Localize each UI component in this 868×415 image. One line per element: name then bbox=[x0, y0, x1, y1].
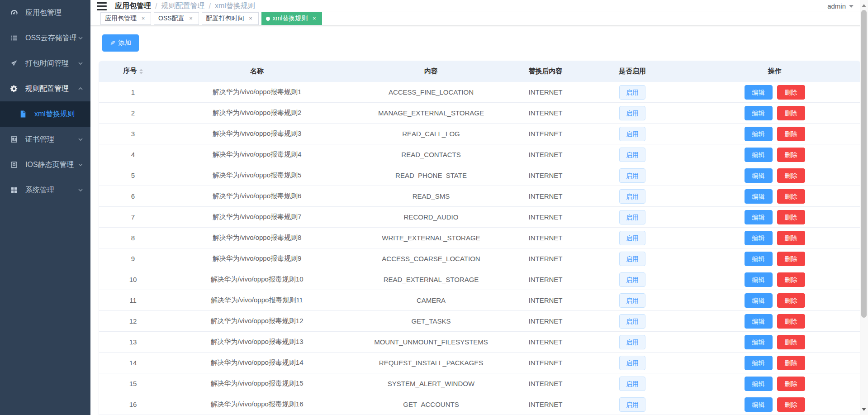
sidebar-item-rule-config[interactable]: 规则配置管理 bbox=[0, 76, 90, 101]
delete-button[interactable]: 删除 bbox=[777, 210, 805, 224]
sidebar-item-system[interactable]: 系统管理 bbox=[0, 177, 90, 203]
edit-button[interactable]: 编辑 bbox=[745, 397, 773, 412]
edit-button[interactable]: 编辑 bbox=[745, 168, 773, 183]
enabled-button[interactable]: 启用 bbox=[619, 272, 645, 287]
cell-enabled: 启用 bbox=[576, 127, 689, 141]
tab-xml-replace-rule-active[interactable]: xml替换规则 × bbox=[261, 12, 323, 25]
enabled-button[interactable]: 启用 bbox=[619, 397, 645, 412]
enabled-button[interactable]: 启用 bbox=[619, 168, 645, 183]
app-root: 应用包管理 OSS云存储管理 打包时间管理 规则配置管理 bbox=[0, 0, 868, 415]
tab-oss-config[interactable]: OSS配置 × bbox=[154, 12, 199, 25]
cell-enabled: 启用 bbox=[576, 272, 689, 287]
table-row: 12解决华为/vivo/oppo报毒规则12GET_TASKSINTERNET启… bbox=[99, 311, 860, 332]
edit-button[interactable]: 编辑 bbox=[745, 189, 773, 204]
delete-button[interactable]: 删除 bbox=[777, 168, 805, 183]
cell-name: 解决华为/vivo/oppo报毒规则2 bbox=[167, 109, 347, 117]
sidebar-item-oss-storage[interactable]: OSS云存储管理 bbox=[0, 25, 90, 51]
edit-button[interactable]: 编辑 bbox=[745, 293, 773, 308]
cell-actions: 编辑删除 bbox=[689, 397, 860, 412]
breadcrumb-item[interactable]: 应用包管理 bbox=[115, 1, 151, 11]
sidebar-item-package-time[interactable]: 打包时间管理 bbox=[0, 51, 90, 76]
column-header-index[interactable]: 序号 bbox=[99, 67, 167, 76]
breadcrumb-item[interactable]: 规则配置管理 bbox=[161, 1, 204, 11]
enabled-button[interactable]: 启用 bbox=[619, 189, 645, 204]
send-icon bbox=[9, 58, 19, 68]
delete-button[interactable]: 删除 bbox=[777, 272, 805, 287]
table-row: 4解决华为/vivo/oppo报毒规则4READ_CONTACTSINTERNE… bbox=[99, 144, 860, 165]
enabled-button[interactable]: 启用 bbox=[619, 377, 645, 391]
edit-button[interactable]: 编辑 bbox=[745, 272, 773, 287]
sort-icon[interactable] bbox=[139, 67, 143, 76]
delete-button[interactable]: 删除 bbox=[777, 189, 805, 204]
delete-button[interactable]: 删除 bbox=[777, 356, 805, 370]
sidebar-item-xml-replace-rule[interactable]: xml替换规则 bbox=[0, 101, 90, 127]
grid-icon bbox=[9, 185, 19, 195]
enabled-button[interactable]: 启用 bbox=[619, 85, 645, 100]
document-icon bbox=[18, 109, 28, 119]
sidebar-item-app-package[interactable]: 应用包管理 bbox=[0, 0, 90, 25]
delete-button[interactable]: 删除 bbox=[777, 106, 805, 120]
edit-button[interactable]: 编辑 bbox=[745, 210, 773, 224]
cell-actions: 编辑删除 bbox=[689, 335, 860, 349]
cell-name: 解决华为/vivo/oppo报毒规则5 bbox=[167, 171, 347, 180]
edit-button[interactable]: 编辑 bbox=[745, 356, 773, 370]
enabled-button[interactable]: 启用 bbox=[619, 314, 645, 329]
delete-button[interactable]: 删除 bbox=[777, 314, 805, 329]
delete-button[interactable]: 删除 bbox=[777, 335, 805, 349]
enabled-button[interactable]: 启用 bbox=[619, 106, 645, 120]
enabled-button[interactable]: 启用 bbox=[619, 293, 645, 308]
add-button[interactable]: ✎ 添加 bbox=[102, 34, 139, 52]
edit-button[interactable]: 编辑 bbox=[745, 85, 773, 100]
window-scrollbar[interactable] bbox=[860, 0, 868, 415]
delete-button[interactable]: 删除 bbox=[777, 397, 805, 412]
enabled-button[interactable]: 启用 bbox=[619, 210, 645, 224]
cell-replace: INTERNET bbox=[515, 296, 576, 304]
tab-app-package[interactable]: 应用包管理 × bbox=[100, 12, 151, 25]
delete-button[interactable]: 删除 bbox=[777, 231, 805, 245]
edit-button[interactable]: 编辑 bbox=[745, 377, 773, 391]
delete-button[interactable]: 删除 bbox=[777, 85, 805, 100]
delete-button[interactable]: 删除 bbox=[777, 252, 805, 266]
user-dropdown[interactable]: admin bbox=[827, 2, 854, 10]
enabled-button[interactable]: 启用 bbox=[619, 252, 645, 266]
close-icon[interactable]: × bbox=[140, 15, 147, 22]
edit-button[interactable]: 编辑 bbox=[745, 314, 773, 329]
edit-button[interactable]: 编辑 bbox=[745, 335, 773, 349]
delete-button[interactable]: 删除 bbox=[777, 293, 805, 308]
sidebar-item-certificate[interactable]: 证书管理 bbox=[0, 127, 90, 152]
enabled-button[interactable]: 启用 bbox=[619, 335, 645, 349]
tabs-bar: 应用包管理 × OSS配置 × 配置打包时间 × xml替换规则 × bbox=[90, 12, 868, 25]
scrollbar-thumb[interactable] bbox=[861, 10, 867, 318]
delete-button[interactable]: 删除 bbox=[777, 148, 805, 162]
enabled-button[interactable]: 启用 bbox=[619, 231, 645, 245]
close-icon[interactable]: × bbox=[247, 15, 254, 22]
edit-button[interactable]: 编辑 bbox=[745, 231, 773, 245]
edit-button[interactable]: 编辑 bbox=[745, 106, 773, 120]
sidebar-item-label: 打包时间管理 bbox=[25, 59, 78, 68]
cell-actions: 编辑删除 bbox=[689, 314, 860, 329]
column-header-name: 名称 bbox=[167, 67, 347, 76]
cell-content: REQUEST_INSTALL_PACKAGES bbox=[347, 359, 515, 367]
edit-button[interactable]: 编辑 bbox=[745, 252, 773, 266]
scroll-up-arrow-icon[interactable] bbox=[862, 2, 866, 7]
tab-package-time[interactable]: 配置打包时间 × bbox=[202, 12, 259, 25]
hamburger-menu-icon[interactable] bbox=[97, 2, 107, 10]
table-row: 13解决华为/vivo/oppo报毒规则13MOUNT_UNMOUNT_FILE… bbox=[99, 332, 860, 353]
cell-enabled: 启用 bbox=[576, 356, 689, 370]
close-icon[interactable]: × bbox=[311, 15, 318, 22]
enabled-button[interactable]: 启用 bbox=[619, 148, 645, 162]
close-icon[interactable]: × bbox=[188, 15, 194, 22]
edit-button[interactable]: 编辑 bbox=[745, 148, 773, 162]
enabled-button[interactable]: 启用 bbox=[619, 127, 645, 141]
delete-button[interactable]: 删除 bbox=[777, 127, 805, 141]
sidebar-item-ios-static-page[interactable]: IOS静态页管理 bbox=[0, 152, 90, 177]
cell-enabled: 启用 bbox=[576, 210, 689, 224]
breadcrumb-item: xml替换规则 bbox=[215, 1, 255, 11]
chevron-down-icon bbox=[78, 162, 83, 167]
cell-replace: INTERNET bbox=[515, 192, 576, 200]
edit-button[interactable]: 编辑 bbox=[745, 127, 773, 141]
delete-button[interactable]: 删除 bbox=[777, 377, 805, 391]
scroll-down-arrow-icon[interactable] bbox=[862, 408, 866, 413]
cell-actions: 编辑删除 bbox=[689, 106, 860, 120]
enabled-button[interactable]: 启用 bbox=[619, 356, 645, 370]
